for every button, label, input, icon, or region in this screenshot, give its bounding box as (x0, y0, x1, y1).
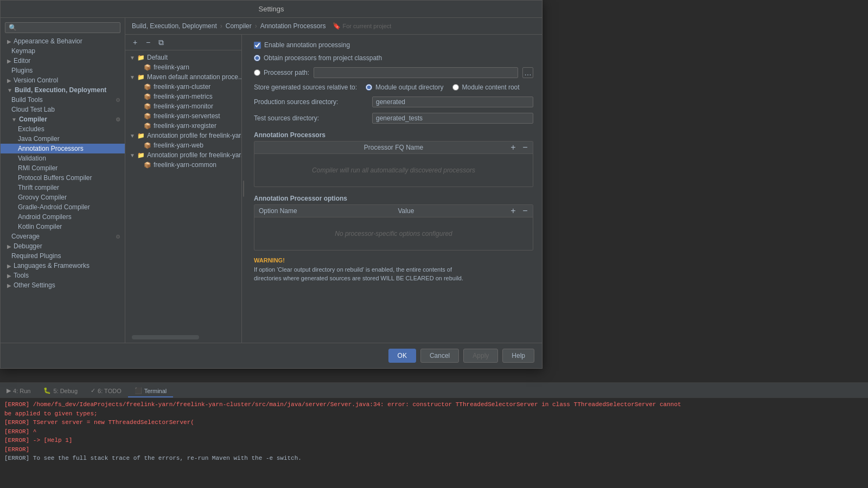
sidebar-item-keymap[interactable]: Keymap (1, 46, 125, 56)
profile-item-default[interactable]: ▼ 📁 Default (125, 53, 241, 62)
tab-todo[interactable]: ✓ 6: TODO (84, 385, 128, 397)
sidebar-item-compiler[interactable]: ▼ Compiler ⚙ (1, 114, 125, 124)
processor-path-input[interactable] (314, 67, 518, 78)
sidebar-item-protocol-buffers[interactable]: Protocol Buffers Compiler (1, 173, 125, 183)
obtain-radio-label[interactable]: Obtain processors from project classpath (254, 54, 382, 62)
profile-item-annotation-2[interactable]: ▼ 📁 Annotation profile for freelink-yar.… (125, 150, 241, 160)
expand-arrow-icon: ▶ (7, 78, 11, 84)
dialog-title: Settings (1, 1, 542, 18)
sidebar-item-appearance[interactable]: ▶ Appearance & Behavior (1, 36, 125, 46)
expand-arrow-icon: ▶ (7, 263, 11, 269)
module-content-root-label[interactable]: Module content root (452, 84, 520, 91)
main-panel: true Enable annotation processing Obtain… (245, 35, 542, 343)
store-generated-row: Store generated sources relative to: tru… (254, 84, 533, 91)
expand-arrow-icon: ▶ (7, 38, 11, 44)
settings-sidebar: 🔍 ▶ Appearance & Behavior Keymap ▶ Edito… (1, 18, 125, 343)
expand-arrow-icon: ▼ (130, 55, 135, 61)
options-table-body: No processor-specific options configured (254, 217, 533, 250)
tab-terminal[interactable]: ⬛ Terminal (128, 385, 174, 397)
sidebar-item-gradle-android[interactable]: Gradle-Android Compiler (1, 202, 125, 212)
browse-processor-path-button[interactable]: … (522, 67, 533, 78)
sidebar-item-version-control[interactable]: ▶ Version Control (1, 75, 125, 85)
sidebar-item-build-exec[interactable]: ▼ Build, Execution, Deployment (1, 85, 125, 95)
sidebar-item-build-tools[interactable]: Build Tools ⚙ (1, 95, 125, 105)
enable-annotation-label[interactable]: true Enable annotation processing (254, 41, 350, 49)
ok-button[interactable]: OK (388, 349, 416, 363)
add-profile-button[interactable]: + (130, 37, 141, 48)
profile-item-annotation-1[interactable]: ▼ 📁 Annotation profile for freelink-yar.… (125, 131, 241, 140)
sidebar-item-thrift-compiler[interactable]: Thrift compiler (1, 183, 125, 192)
sidebar-item-debugger[interactable]: ▶ Debugger (1, 241, 125, 251)
sidebar-item-rmi-compiler[interactable]: RMI Compiler (1, 163, 125, 173)
sidebar-item-languages[interactable]: ▶ Languages & Frameworks (1, 261, 125, 271)
module-icon: 📦 (144, 103, 151, 110)
ide-background: ▶ 4: Run 🐛 5: Debug ✓ 6: TODO ⬛ Terminal… (0, 0, 868, 488)
sidebar-item-cloud-test-lab[interactable]: Cloud Test Lab (1, 105, 125, 114)
sidebar-item-android-compilers[interactable]: Android Compilers (1, 212, 125, 222)
processor-path-radio-label[interactable]: false Processor path: (254, 69, 309, 76)
processor-path-radio[interactable] (254, 69, 260, 76)
search-icon: 🔍 (9, 24, 17, 31)
expand-arrow-icon: ▼ (130, 152, 135, 158)
sidebar-item-java-compiler[interactable]: Java Compiler (1, 134, 125, 144)
profile-item-cluster[interactable]: 📦 freelink-yarn-cluster (125, 82, 241, 92)
profile-item-common[interactable]: 📦 freelink-yarn-common (125, 160, 241, 170)
sidebar-item-tools[interactable]: ▶ Tools (1, 271, 125, 280)
tab-debug[interactable]: 🐛 5: Debug (37, 385, 84, 397)
profiles-toolbar: + − ⧉ (125, 35, 241, 50)
profile-item-monitor[interactable]: 📦 freelink-yarn-monitor (125, 101, 241, 111)
folder-icon: 📁 (137, 54, 145, 61)
copy-profile-button[interactable]: ⧉ (156, 37, 167, 48)
module-icon: 📦 (144, 64, 151, 71)
sidebar-search-container[interactable]: 🔍 (5, 22, 120, 33)
expand-arrow-icon: ▶ (7, 58, 11, 64)
sidebar-item-validation[interactable]: Validation (1, 153, 125, 163)
profile-item-web[interactable]: 📦 freelink-yarn-web (125, 140, 241, 150)
sidebar-item-annotation-processors[interactable]: Annotation Processors (1, 144, 125, 153)
module-output-radio[interactable] (366, 84, 372, 91)
sidebar-item-other-settings[interactable]: ▶ Other Settings (1, 280, 125, 290)
profile-item-freelink-yarn[interactable]: 📦 freelink-yarn (125, 62, 241, 72)
test-sources-row: Test sources directory: (254, 113, 533, 124)
processor-path-row: false Processor path: … (254, 67, 533, 78)
profile-item-metrics[interactable]: 📦 freelink-yarn-metrics (125, 92, 241, 101)
module-content-root-radio[interactable] (452, 84, 459, 91)
add-option-button[interactable]: + (508, 206, 519, 216)
sidebar-item-excludes[interactable]: Excludes (1, 124, 125, 134)
add-processor-button[interactable]: + (508, 142, 519, 153)
sidebar-item-plugins[interactable]: Plugins (1, 66, 125, 75)
help-button[interactable]: Help (502, 349, 534, 363)
remove-profile-button[interactable]: − (143, 37, 154, 48)
profile-item-servertest[interactable]: 📦 freelink-yarn-servertest (125, 111, 241, 121)
module-icon: 📦 (144, 93, 151, 100)
enable-annotation-checkbox[interactable] (254, 42, 261, 49)
cancel-button[interactable]: Cancel (420, 349, 459, 363)
expand-arrow-icon: ▶ (7, 243, 11, 249)
annotation-processors-table: Processor FQ Name + − Compiler will run … (254, 141, 533, 187)
remove-option-button[interactable]: − (520, 206, 531, 216)
test-sources-input[interactable] (372, 113, 533, 124)
module-output-label[interactable]: true Module output directory (366, 84, 443, 91)
production-sources-row: Production sources directory: (254, 97, 533, 107)
sidebar-item-groovy-compiler[interactable]: Groovy Compiler (1, 192, 125, 202)
obtain-classpath-radio[interactable] (254, 55, 260, 61)
profiles-scrollbar[interactable] (132, 335, 199, 339)
folder-icon: 📁 (137, 132, 145, 139)
module-icon: 📦 (144, 162, 151, 169)
profile-item-xregister[interactable]: 📦 freelink-yarn-xregister (125, 121, 241, 131)
production-sources-input[interactable] (372, 97, 533, 107)
sidebar-item-kotlin-compiler[interactable]: Kotlin Compiler (1, 222, 125, 232)
sidebar-item-coverage[interactable]: Coverage ⚙ (1, 232, 125, 241)
sidebar-item-editor[interactable]: ▶ Editor (1, 56, 125, 66)
folder-icon: 📁 (137, 74, 145, 81)
search-input[interactable] (19, 24, 117, 31)
tab-run[interactable]: ▶ 4: Run (0, 385, 37, 397)
remove-processor-button[interactable]: − (520, 142, 531, 153)
profile-item-maven-default[interactable]: ▼ 📁 Maven default annotation proce... (125, 72, 241, 82)
module-icon: 📦 (144, 142, 151, 149)
console-line: [ERROR] To see the full stack trace of t… (4, 454, 864, 463)
settings-icon: ⚙ (116, 234, 120, 240)
sidebar-item-required-plugins[interactable]: Required Plugins (1, 251, 125, 261)
expand-arrow-icon: ▼ (11, 117, 17, 123)
apply-button[interactable]: Apply (463, 349, 498, 363)
